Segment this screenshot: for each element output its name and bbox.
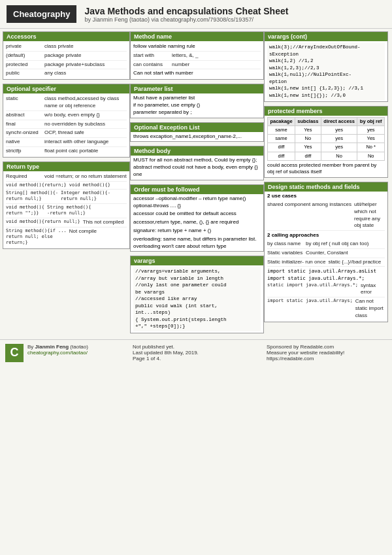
header-text: Java Methods and encapsulations Cheat Sh… (84, 6, 288, 23)
order-body: accessor –optional-modifier – return typ… (131, 194, 263, 252)
logo: Cheatography (7, 5, 76, 23)
method-body-section: Method body MUST for all non abstract me… (130, 146, 264, 180)
optional-exception-body: throws excaption_name1,exception_name-2,… (131, 132, 263, 142)
list-item: parameter separated by ; (133, 109, 261, 116)
table-row: void method(){return null;} This not com… (6, 218, 127, 227)
col-header: pacakage (268, 118, 295, 126)
footer-date: Last updated 8th May, 2019. (133, 350, 261, 356)
varargs-cont-section: varargs (cont) walk(3);//ArrayIndexOutOf… (264, 31, 388, 102)
footer-middle: Not published yet. Last updated 8th May,… (130, 343, 264, 363)
optional-specifier-section: Optional specifier staticclass method,ac… (3, 84, 130, 158)
list-item: 2 use cases (267, 193, 385, 200)
footer-author-info: By Jianmin Feng (taotao) cheatography.co… (27, 344, 88, 356)
page-footer: C By Jianmin Feng (taotao) cheatography.… (0, 339, 392, 366)
optional-exception-header: Optional Exception List (131, 123, 263, 132)
author-url[interactable]: cheatography.com/taotao/ (27, 350, 88, 356)
footer-left: C By Jianmin Feng (taotao) cheatography.… (3, 343, 130, 363)
protected-members-body: pacakage subclass direct access by obj r… (265, 116, 387, 177)
table-row: String[] method(){-return null;} Integer… (6, 190, 127, 204)
parameter-list-section: Parameter list Must have a parameter lis… (130, 84, 264, 118)
table-row: can containsnumber (133, 61, 261, 70)
table-row: diffYesyesNo * (268, 143, 385, 152)
list-item: if no parameter, use empty () (133, 102, 261, 109)
footer-right: Sponsored by Readable.com Measure your w… (264, 343, 388, 363)
varargs-cont-header: varargs (cont) (265, 32, 387, 41)
list-item: accessor,return type, name, (), {} are r… (133, 219, 261, 226)
table-row: shared component among instances util/he… (267, 201, 385, 231)
varargs-code: //varargs=variable arguments, //array bu… (133, 267, 261, 331)
list-item: accessor could be omitted for default ac… (133, 210, 261, 218)
order-section: Order must be followed accessor –optiona… (130, 184, 264, 252)
footer-sponsor: Sponsored by Readable.com (267, 344, 385, 350)
column-2: Method name follow variable naming rule … (130, 31, 264, 335)
table-row: strictfpfloat point calc portable (6, 147, 127, 156)
table-row: Required void =return; or no return stat… (6, 173, 127, 182)
accessors-header: Accessors (3, 32, 129, 41)
table-row: finalno overridden by subclass (6, 120, 127, 129)
method-body-body: MUST for all non abstract method, Could … (131, 156, 263, 179)
return-type-section: Return type Required void =return; or no… (3, 161, 130, 249)
footer-sponsor-desc: Measure your website readability! (267, 350, 385, 356)
optional-specifier-body: staticclass method,accessed by class nam… (3, 93, 129, 157)
method-name-section: Method name follow variable naming rule … (130, 31, 264, 80)
protected-members-section: protected members pacakage subclass dire… (264, 106, 388, 178)
footer-page: Page 1 of 4. (133, 356, 261, 362)
method-body-header: Method body (131, 146, 263, 156)
accessors-body: privateclass private (default)package pr… (3, 41, 129, 79)
table-row: import static java.util.Arrays; Can not … (267, 297, 385, 320)
list-item: MUST for all non abstract method, Could … (133, 157, 261, 164)
method-name-body: follow variable naming rule start withle… (131, 41, 263, 79)
varargs-cont-code: walk(3);//ArrayIndexOutOfBound- sExcepti… (267, 42, 385, 100)
return-type-body: Required void =return; or no return stat… (3, 171, 129, 248)
list-item: signature: return type + name + () (133, 227, 261, 235)
table-row: diffdiffNoNo (268, 152, 385, 160)
table-row: void method(){return "";}} String method… (6, 204, 127, 218)
protected-table: pacakage subclass direct access by obj r… (267, 117, 385, 161)
parameter-list-header: Parameter list (131, 84, 263, 93)
page-header: Cheatography Java Methods and encapsulat… (0, 0, 392, 29)
table-row: follow variable naming rule (133, 42, 261, 52)
author-name: Jianmin Feng (35, 344, 69, 350)
list-item: import static java.util.Arrays.*; (267, 275, 385, 282)
varargs-header: varargs (131, 256, 263, 265)
main-content: Accessors privateclass private (default)… (0, 29, 392, 338)
varargs-cont-body: walk(3);//ArrayIndexOutOfBound- sExcepti… (265, 41, 387, 101)
author-handle: (taotao) (70, 344, 88, 350)
design-static-body: 2 use cases shared component among insta… (265, 192, 387, 321)
footer-publish: Not published yet. (133, 344, 261, 350)
list-item: 2 calling approaches (267, 232, 385, 239)
table-row: publicany class (6, 69, 127, 78)
method-name-header: Method name (131, 32, 263, 41)
list-item: accessor –optional-modifier – return typ… (133, 195, 261, 210)
table-row: by class name by obj ref ( null obj can … (267, 240, 385, 249)
page-subtitle: by Jianmin Feng (taotao) via cheatograph… (84, 16, 288, 23)
table-row: nativeinteract with other language (6, 138, 127, 147)
list-item: overloading: same name, but differs in p… (133, 236, 261, 250)
footer-logo-c: C (5, 344, 24, 362)
accessors-section: Accessors privateclass private (default)… (3, 31, 130, 80)
page-title: Java Methods and encapsulations Cheat Sh… (84, 6, 288, 16)
col-header: by obj ref (357, 118, 385, 126)
return-type-header: Return type (3, 162, 129, 171)
column-3: varargs (cont) walk(3);//ArrayIndexOutOf… (264, 31, 388, 335)
table-row: void method(){return;} void method(){} (6, 182, 127, 190)
table-row: sameYesyesyes (268, 126, 385, 135)
table-row: Static initializer- run once static {...… (267, 258, 385, 267)
optional-specifier-header: Optional specifier (3, 84, 129, 93)
table-row: String method(){if ...return null; elser… (6, 227, 127, 247)
list-item: abstract method could not have a body, e… (133, 164, 261, 178)
protected-note: could access protected member from paren… (267, 162, 385, 177)
col-header: subclass (295, 118, 321, 126)
list-item: import static java.util.Arrays.asList (267, 268, 385, 275)
varargs-body: //varargs=variable arguments, //array bu… (131, 265, 263, 333)
varargs-section: varargs //varargs=variable arguments, //… (130, 256, 264, 333)
order-header: Order must be followed (131, 185, 263, 194)
list-item: Must have a parameter list (133, 95, 261, 102)
list-item: throws excaption_name1,exception_name-2,… (133, 133, 261, 141)
table-row: (default)package private (6, 52, 127, 61)
table-row: static import java.util.Arrays.*; syntax… (267, 282, 385, 298)
optional-exception-section: Optional Exception List throws excaption… (130, 122, 264, 143)
footer-sponsor-url: https://readable.com (267, 356, 385, 362)
design-static-header: Design static methods and fields (265, 182, 387, 192)
design-static-section: Design static methods and fields 2 use c… (264, 182, 388, 322)
